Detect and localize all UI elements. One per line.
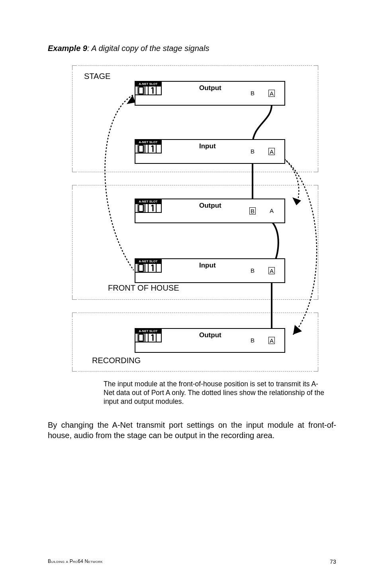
port-a: A bbox=[268, 207, 275, 214]
port-b: B bbox=[249, 267, 256, 274]
module-rec-output: A-NET SLOT Output B A bbox=[135, 328, 285, 353]
zone-foh-label: FRONT OF HOUSE bbox=[108, 283, 179, 293]
port-b: B bbox=[249, 148, 256, 155]
module-foh-input: A-NET SLOT Input B A bbox=[135, 258, 285, 283]
seg-display-icon bbox=[137, 333, 159, 342]
port-a: A bbox=[268, 90, 275, 97]
module-title: Input bbox=[199, 262, 216, 269]
port-a: A bbox=[268, 267, 275, 274]
module-foh-output: A-NET SLOT Output B A bbox=[135, 199, 285, 223]
anet-slot: A-NET SLOT bbox=[135, 139, 162, 153]
port-b: B bbox=[249, 337, 256, 344]
figure-caption: The input module at the front-of-house p… bbox=[104, 380, 327, 406]
svg-rect-14 bbox=[139, 205, 143, 212]
anet-slot: A-NET SLOT bbox=[135, 81, 162, 95]
svg-rect-4 bbox=[139, 87, 143, 94]
module-title: Output bbox=[199, 331, 221, 339]
zone-stage-label: STAGE bbox=[84, 72, 110, 81]
svg-rect-24 bbox=[139, 334, 143, 341]
module-title: Output bbox=[199, 84, 221, 92]
seg-display-icon bbox=[137, 86, 159, 95]
module-stage-input: A-NET SLOT Input B A bbox=[135, 139, 285, 164]
page-number: 73 bbox=[330, 559, 336, 565]
svg-rect-20 bbox=[148, 263, 156, 273]
body-paragraph: By changing the A-Net transmit port sett… bbox=[48, 420, 336, 441]
port-a: A bbox=[268, 337, 275, 344]
svg-rect-9 bbox=[139, 145, 143, 152]
example-heading: Example 9: A digital copy of the stage s… bbox=[48, 44, 336, 53]
module-stage-output: A-NET SLOT Output B A bbox=[135, 81, 285, 106]
svg-rect-25 bbox=[148, 333, 156, 342]
seg-display-icon bbox=[137, 203, 159, 213]
page-footer: Building a Pro64 Network 73 bbox=[48, 559, 336, 565]
port-a: A bbox=[268, 148, 275, 155]
svg-rect-10 bbox=[148, 144, 156, 153]
svg-rect-19 bbox=[139, 264, 143, 271]
anet-slot: A-NET SLOT bbox=[135, 258, 162, 273]
footer-title: Building a Pro64 Network bbox=[48, 559, 103, 565]
diagram: STAGE FRONT OF HOUSE RECORDING bbox=[72, 65, 323, 372]
seg-display-icon bbox=[137, 144, 159, 153]
seg-display-icon bbox=[137, 263, 159, 273]
svg-rect-15 bbox=[148, 203, 156, 213]
port-b: B bbox=[249, 90, 256, 97]
example-label: Example 9 bbox=[48, 44, 87, 53]
port-b: B bbox=[249, 207, 256, 214]
svg-rect-5 bbox=[148, 86, 156, 95]
module-title: Input bbox=[199, 142, 216, 150]
module-title: Output bbox=[199, 202, 221, 210]
anet-slot: A-NET SLOT bbox=[135, 328, 162, 342]
zone-rec-label: RECORDING bbox=[92, 356, 141, 365]
anet-slot: A-NET SLOT bbox=[135, 199, 162, 213]
example-subtitle: : A digital copy of the stage signals bbox=[87, 44, 209, 53]
